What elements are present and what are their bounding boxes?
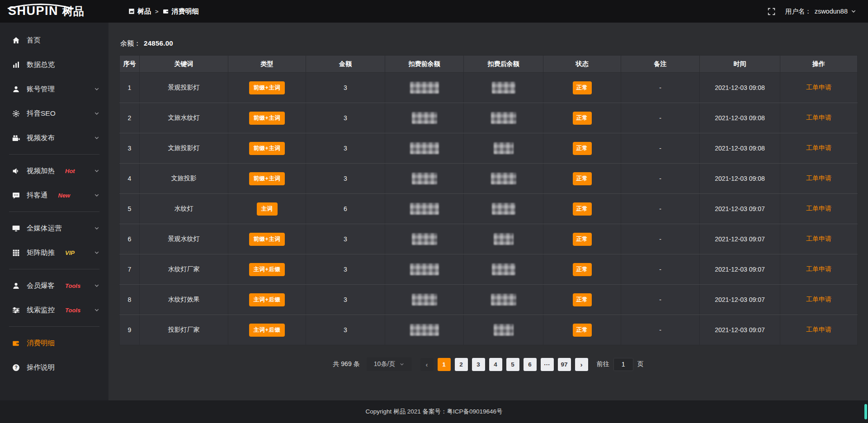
cell-balance-before bbox=[385, 224, 464, 254]
sidebar-item-data-overview[interactable]: 数据总览 bbox=[0, 52, 108, 77]
cell-type: 主词 bbox=[228, 194, 306, 224]
sidebar-item-media-operation[interactable]: 全媒体运营 bbox=[0, 216, 108, 240]
cell-index: 1 bbox=[120, 73, 140, 103]
sidebar-item-clue-monitor[interactable]: 线索监控 Tools bbox=[0, 298, 108, 322]
work-order-link[interactable]: 工单申请 bbox=[806, 174, 831, 182]
chevron-down-icon bbox=[94, 307, 99, 313]
cell-action: 工单申请 bbox=[780, 285, 858, 315]
breadcrumb-root[interactable]: 树品 bbox=[128, 7, 151, 16]
column-header: 类型 bbox=[228, 56, 306, 73]
sidebar-item-instructions[interactable]: ? 操作说明 bbox=[0, 355, 108, 380]
sidebar-item-badge: New bbox=[58, 192, 71, 199]
sidebar-item-video-heat[interactable]: 视频加热 Hot bbox=[0, 159, 108, 183]
sidebar-item-home[interactable]: 首页 bbox=[0, 28, 108, 52]
sidebar-divider bbox=[9, 269, 99, 269]
column-header: 金额 bbox=[306, 56, 385, 73]
work-order-link[interactable]: 工单申请 bbox=[806, 205, 831, 212]
chat-icon bbox=[12, 192, 20, 199]
column-header: 状态 bbox=[543, 56, 621, 73]
page-button-6[interactable]: 6 bbox=[524, 358, 537, 371]
cell-time: 2021-12-03 09:08 bbox=[700, 133, 780, 164]
cell-amount: 6 bbox=[306, 194, 385, 224]
status-badge: 正常 bbox=[573, 172, 592, 185]
cell-index: 6 bbox=[120, 224, 140, 254]
cell-amount: 3 bbox=[306, 103, 385, 133]
goto-label: 前往 bbox=[597, 360, 609, 368]
column-header: 序号 bbox=[120, 56, 140, 73]
sidebar-item-consumption-detail[interactable]: 消费明细 bbox=[0, 331, 108, 355]
next-page-button[interactable]: › bbox=[575, 358, 588, 371]
cell-balance-after bbox=[464, 164, 543, 194]
work-order-link[interactable]: 工单申请 bbox=[806, 235, 831, 242]
wallet-icon bbox=[12, 339, 20, 347]
cell-type: 前缀+主词 bbox=[228, 103, 306, 133]
cell-balance-after bbox=[464, 73, 543, 103]
cell-index: 4 bbox=[120, 164, 140, 194]
cell-type: 前缀+主词 bbox=[228, 73, 306, 103]
sidebar-item-matrix-boost[interactable]: 矩阵助推 VIP bbox=[0, 240, 108, 265]
work-order-link[interactable]: 工单申请 bbox=[806, 326, 831, 333]
sidebar-item-douyin-seo[interactable]: 抖音SEO bbox=[0, 101, 108, 126]
sidebar-item-label: 矩阵助推 bbox=[27, 248, 55, 258]
sidebar-item-video-publish[interactable]: 视频发布 bbox=[0, 126, 108, 150]
cell-action: 工单申请 bbox=[780, 164, 858, 194]
page-size-select[interactable]: 10条/页 bbox=[367, 357, 412, 371]
page-button-5[interactable]: 5 bbox=[506, 358, 519, 371]
status-badge: 正常 bbox=[573, 293, 592, 306]
censored-balance-before bbox=[410, 82, 439, 94]
sidebar-item-douketong[interactable]: 抖客通 New bbox=[0, 183, 108, 207]
table-row: 2 文旅水纹灯 前缀+主词 3 正常 - 2021-12-03 09:08 工单… bbox=[120, 103, 858, 133]
scrollbar-thumb[interactable] bbox=[864, 404, 867, 419]
sidebar-item-label: 会员爆客 bbox=[27, 281, 55, 291]
page-button-3[interactable]: 3 bbox=[472, 358, 485, 371]
sidebar-divider bbox=[9, 212, 99, 212]
work-order-link[interactable]: 工单申请 bbox=[806, 114, 831, 121]
cell-action: 工单申请 bbox=[780, 194, 858, 224]
work-order-link[interactable]: 工单申请 bbox=[806, 84, 831, 91]
sidebar-item-member-baoke[interactable]: 会员爆客 Tools bbox=[0, 273, 108, 298]
work-order-link[interactable]: 工单申请 bbox=[806, 265, 831, 273]
page-button-ellipsis[interactable]: ··· bbox=[541, 358, 554, 371]
page-button-97[interactable]: 97 bbox=[558, 358, 571, 371]
cell-action: 工单申请 bbox=[780, 133, 858, 164]
cell-remark: - bbox=[621, 285, 700, 315]
cell-balance-before bbox=[385, 133, 464, 164]
svg-text:?: ? bbox=[14, 365, 17, 370]
column-header: 扣费后余额 bbox=[464, 56, 543, 73]
sidebar-divider bbox=[9, 154, 99, 155]
user-dropdown[interactable]: 用户名： zswodun88 bbox=[785, 7, 856, 16]
consumption-table: 序号关键词类型金额扣费前余额扣费后余额状态备注时间操作 1 景观投影灯 前缀+主… bbox=[119, 55, 858, 345]
goto-page-input[interactable] bbox=[613, 358, 633, 371]
prev-page-button[interactable]: ‹ bbox=[420, 358, 434, 371]
status-badge: 正常 bbox=[573, 142, 592, 155]
type-badge: 前缀+主词 bbox=[249, 142, 285, 155]
column-header: 关键词 bbox=[140, 56, 228, 73]
cell-keyword: 文旅投影 bbox=[140, 164, 228, 194]
sidebar-item-account-manage[interactable]: 账号管理 bbox=[0, 77, 108, 101]
column-header: 扣费前余额 bbox=[385, 56, 464, 73]
cell-status: 正常 bbox=[543, 164, 621, 194]
type-badge: 主词+后缀 bbox=[249, 293, 285, 306]
column-header: 备注 bbox=[621, 56, 700, 73]
sidebar-item-badge: Tools bbox=[65, 307, 80, 314]
cell-balance-after bbox=[464, 103, 543, 133]
cell-status: 正常 bbox=[543, 254, 621, 285]
table-row: 4 文旅投影 前缀+主词 3 正常 - 2021-12-03 09:08 工单申… bbox=[120, 164, 858, 194]
cell-keyword: 水纹灯厂家 bbox=[140, 254, 228, 285]
fullscreen-icon[interactable] bbox=[768, 8, 775, 15]
breadcrumb-current[interactable]: 消费明细 bbox=[163, 7, 199, 16]
censored-balance-after bbox=[494, 142, 514, 154]
cell-balance-before bbox=[385, 315, 464, 345]
censored-balance-after bbox=[494, 233, 514, 245]
cell-index: 7 bbox=[120, 254, 140, 285]
cell-remark: - bbox=[621, 224, 700, 254]
work-order-link[interactable]: 工单申请 bbox=[806, 144, 831, 151]
page-button-1[interactable]: 1 bbox=[438, 358, 451, 371]
page-button-4[interactable]: 4 bbox=[489, 358, 502, 371]
page-button-2[interactable]: 2 bbox=[455, 358, 468, 371]
sidebar-item-label: 视频发布 bbox=[27, 133, 55, 143]
cell-balance-after bbox=[464, 285, 543, 315]
work-order-link[interactable]: 工单申请 bbox=[806, 296, 831, 303]
sliders-icon bbox=[12, 306, 20, 314]
user-icon bbox=[12, 85, 20, 93]
